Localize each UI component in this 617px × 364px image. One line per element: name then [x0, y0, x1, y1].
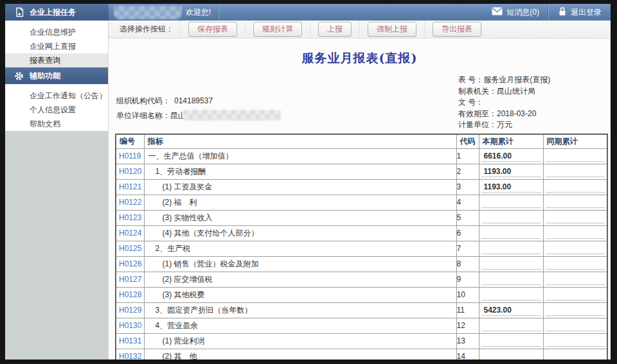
column-header: 指标	[144, 134, 456, 148]
row-code-link[interactable]: H0129	[116, 306, 141, 315]
org-info-block: 组织机构代码：014189537 单位详细名称：昆山	[116, 94, 281, 123]
row-code-link[interactable]: H0131	[116, 336, 141, 345]
row-seq: 12	[456, 318, 479, 333]
org-code-value: 014189537	[174, 96, 213, 105]
current-period-input[interactable]	[481, 351, 541, 360]
welcome-text: 欢迎您!	[186, 7, 211, 18]
row-code-link[interactable]: H0132	[116, 352, 141, 360]
current-period-input[interactable]	[481, 243, 541, 254]
table-row: H0126(1) 销售（营业）税金及附加8	[116, 256, 607, 272]
sidebar-group-aux-functions: 企业工作通知（公告）个人信息设置帮助文档	[5, 84, 108, 131]
row-code-link[interactable]: H0124	[116, 229, 141, 238]
table-row: H0132(2) 其 他14	[116, 349, 607, 360]
sidebar-section-header-report-tasks[interactable]: 企业上报任务	[5, 4, 109, 21]
current-period-input[interactable]: 1193.00	[481, 166, 541, 177]
indicator-table: 编号指标代码本期累计同期累计 H0119一、生产总值（增加值）16616.00H…	[115, 134, 608, 360]
row-seq: 8	[456, 256, 479, 272]
current-period-input[interactable]	[481, 289, 541, 300]
export-report-button[interactable]: 导出报表	[433, 22, 481, 37]
toolbar-buttons: 保存报表规则计算上报强制上报导出报表	[180, 21, 489, 38]
row-code-link[interactable]: H0128	[116, 290, 141, 299]
same-period-input[interactable]	[546, 351, 605, 360]
row-code-link[interactable]: H0119	[116, 152, 141, 160]
row-code-link[interactable]: H0126	[116, 259, 141, 268]
sidebar-item-report-query[interactable]: 报表查询	[5, 53, 108, 67]
org-code-label: 组织机构代码：	[116, 96, 170, 105]
sidebar-item-enterprise-info-maintenance[interactable]: 企业信息维护	[5, 25, 108, 39]
row-indicator: (3) 实物性收入	[145, 212, 456, 223]
current-period-input[interactable]	[481, 320, 541, 331]
same-period-input[interactable]	[546, 289, 605, 300]
page-title: 服务业月报表(直报)	[109, 50, 611, 67]
same-period-input[interactable]	[546, 243, 605, 254]
current-period-input[interactable]	[481, 258, 541, 270]
row-code-link[interactable]: H0127	[116, 275, 141, 284]
current-period-input[interactable]: 1193.00	[481, 181, 541, 193]
toolbar-slot: 导出报表	[424, 21, 489, 38]
table-row: H0119一、生产总值（增加值）16616.00	[116, 148, 607, 164]
save-report-button[interactable]: 保存报表	[188, 22, 237, 37]
row-seq: 5	[456, 210, 479, 225]
messages-label: 短消息(0)	[506, 7, 539, 18]
sidebar-item-personal-settings[interactable]: 个人信息设置	[5, 103, 108, 117]
force-submit-button[interactable]: 强制上报	[368, 22, 416, 37]
app-window: 企业上报任务 欢迎您! 短消息(0)	[5, 4, 611, 360]
toolbar-slot: 上报	[310, 21, 359, 38]
rule-calculate-button[interactable]: 规则计算	[253, 22, 302, 37]
sidebar-filler	[5, 131, 108, 360]
table-row: H01304、营业盈余12	[116, 318, 607, 333]
toolbar-label: 选择操作按钮：	[109, 21, 180, 38]
row-indicator: (2) 其 他	[145, 351, 456, 360]
logout-label: 退出登录	[571, 7, 602, 18]
row-code-link[interactable]: H0122	[116, 198, 141, 207]
table-row: H0124(4) 其他（支付给个人部分）6	[116, 225, 607, 241]
row-code-link[interactable]: H0130	[116, 321, 141, 330]
same-period-input[interactable]	[546, 304, 605, 316]
current-period-input[interactable]	[481, 273, 541, 285]
row-code-link[interactable]: H0121	[116, 182, 141, 191]
messages-button[interactable]: 短消息(0)	[483, 4, 548, 21]
sidebar-item-enterprise-online-report[interactable]: 企业网上直报	[5, 39, 108, 53]
screenshot-root: { "colors": { "topbar_blue": "#5f82b0", …	[0, 0, 617, 364]
same-period-input[interactable]	[546, 150, 605, 162]
same-period-input[interactable]	[546, 320, 605, 331]
same-period-input[interactable]	[546, 227, 605, 239]
same-period-input[interactable]	[546, 258, 605, 270]
table-row: H0127(2) 应交增值税9	[116, 272, 607, 287]
table-row: H0123(3) 实物性收入5	[116, 210, 607, 225]
sidebar-item-help-docs[interactable]: 帮助文档	[5, 117, 108, 131]
same-period-input[interactable]	[546, 166, 605, 177]
sidebar-section-header-aux-functions[interactable]: 辅助功能	[5, 67, 108, 84]
row-indicator: 3、固定资产折旧（当年数）	[145, 305, 456, 316]
row-code-link[interactable]: H0123	[116, 213, 141, 222]
submit-button[interactable]: 上报	[318, 22, 352, 37]
top-header-bar: 企业上报任务 欢迎您! 短消息(0)	[5, 4, 611, 21]
toolbar-slot: 强制上报	[359, 21, 424, 38]
same-period-input[interactable]	[546, 196, 605, 208]
row-indicator: (2) 福 利	[145, 197, 456, 208]
sidebar: 企业信息维护企业网上直报报表查询 辅助功能 企业工作通知（公告）个人信息设置帮助…	[5, 21, 109, 360]
same-period-input[interactable]	[546, 273, 605, 285]
logout-button[interactable]: 退出登录	[549, 4, 611, 21]
row-code-link[interactable]: H0120	[116, 167, 141, 176]
row-code-link[interactable]: H0125	[116, 244, 141, 253]
sidebar-item-work-notice[interactable]: 企业工作通知（公告）	[5, 89, 108, 103]
report-meta-line: 表 号：服务业月报表(直报)	[458, 74, 550, 86]
current-period-input[interactable]	[481, 335, 541, 347]
current-period-input[interactable]	[481, 196, 541, 208]
redacted-unit-name	[183, 110, 281, 121]
same-period-input[interactable]	[546, 181, 605, 193]
current-period-input[interactable]	[481, 212, 541, 223]
row-seq: 9	[456, 272, 479, 287]
table-row: H01252、生产税7	[116, 241, 607, 256]
current-period-input[interactable]: 5423.00	[481, 304, 541, 316]
same-period-input[interactable]	[546, 335, 605, 347]
sidebar-section-title: 企业上报任务	[30, 7, 76, 18]
current-period-input[interactable]	[481, 227, 541, 239]
current-period-input[interactable]: 6616.00	[481, 150, 541, 162]
lock-icon	[558, 6, 567, 18]
row-seq: 11	[456, 302, 479, 318]
toolbar-slot: 保存报表	[180, 21, 245, 38]
report-body: 服务业月报表(直报) 表 号：服务业月报表(直报)制表机关：昆山统计局文 号：有…	[109, 39, 611, 360]
same-period-input[interactable]	[546, 212, 605, 223]
